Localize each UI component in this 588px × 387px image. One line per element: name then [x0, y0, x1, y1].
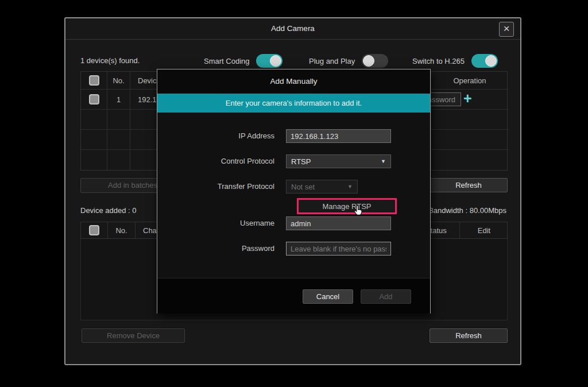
transfer-protocol-value: Not set — [291, 183, 315, 191]
modal-title: Add Manually — [157, 69, 430, 94]
page-title: Add Camera — [65, 18, 520, 39]
password-label: Password — [157, 242, 274, 256]
empty-cell — [107, 150, 130, 170]
refresh-top-button[interactable]: Refresh — [430, 178, 508, 192]
col-header-no: No. — [108, 222, 136, 238]
smart-coding-toggle-group: Smart Coding — [204, 54, 283, 68]
col-header-operation: Operation — [431, 72, 508, 90]
devices-found-text: 1 device(s) found. — [80, 54, 140, 68]
select-all-checkbox[interactable] — [89, 75, 99, 86]
username-field[interactable] — [286, 216, 391, 230]
cancel-button[interactable]: Cancel — [303, 289, 353, 304]
select-all-cell — [81, 72, 107, 90]
row-select-cell — [81, 90, 107, 110]
empty-cell — [81, 110, 107, 130]
control-protocol-label: Control Protocol — [157, 154, 274, 168]
col-header-edit: Edit — [460, 222, 508, 238]
ip-address-label: IP Address — [157, 129, 274, 143]
refresh-bottom-button[interactable]: Refresh — [430, 328, 508, 343]
bandwidth-text: Bandwidth : 80.00Mbps — [428, 206, 506, 215]
add-manually-modal: Add Manually Enter your camera's informa… — [157, 69, 431, 314]
plug-and-play-toggle-group: Plug and Play — [309, 54, 388, 68]
row-operation-cell: + — [431, 90, 508, 110]
col-header-no: No. — [107, 72, 130, 90]
switch-h265-toggle-group: Switch to H.265 — [412, 54, 498, 68]
control-protocol-select[interactable]: RTSP ▼ — [286, 154, 391, 168]
empty-cell — [81, 130, 107, 150]
select-all-cell — [81, 222, 108, 238]
add-device-plus-icon[interactable]: + — [463, 90, 472, 107]
plug-and-play-label: Plug and Play — [309, 57, 355, 65]
ip-address-field[interactable] — [286, 129, 391, 143]
remove-device-button[interactable]: Remove Device — [82, 328, 185, 343]
dialog-titlebar: Add Camera × — [65, 18, 520, 40]
close-icon[interactable]: × — [499, 22, 514, 37]
empty-cell — [431, 110, 508, 130]
modal-banner: Enter your camera's information to add i… — [157, 94, 430, 113]
smart-coding-toggle[interactable] — [256, 54, 283, 68]
select-all-checkbox[interactable] — [89, 225, 99, 235]
empty-cell — [107, 130, 130, 150]
smart-coding-label: Smart Coding — [204, 57, 249, 65]
username-label: Username — [157, 216, 274, 230]
row-checkbox[interactable] — [89, 94, 99, 105]
row-no-cell: 1 — [107, 90, 130, 110]
password-field[interactable] — [286, 242, 391, 256]
transfer-protocol-label: Transfer Protocol — [157, 180, 274, 194]
empty-cell — [81, 150, 107, 170]
chevron-down-icon: ▼ — [381, 158, 386, 164]
add-button[interactable]: Add — [361, 289, 411, 304]
switch-h265-toggle[interactable] — [471, 54, 498, 68]
screen: Add Camera × 1 device(s) found. Smart Co… — [0, 0, 588, 387]
control-protocol-value: RTSP — [291, 157, 311, 166]
toggle-knob — [485, 55, 497, 67]
plug-and-play-toggle[interactable] — [362, 54, 388, 68]
toggle-knob — [363, 55, 374, 67]
empty-cell — [431, 150, 508, 170]
manage-rtsp-highlight: Manage RTSP — [297, 198, 397, 214]
transfer-protocol-select[interactable]: Not set ▼ — [286, 180, 358, 194]
switch-h265-label: Switch to H.265 — [412, 57, 465, 65]
empty-cell — [107, 110, 130, 130]
device-added-text: Device added : 0 — [80, 206, 137, 215]
empty-cell — [431, 130, 508, 150]
chevron-down-icon: ▼ — [347, 184, 353, 189]
modal-footer: Cancel Add — [157, 278, 430, 314]
toggle-knob — [270, 55, 281, 67]
